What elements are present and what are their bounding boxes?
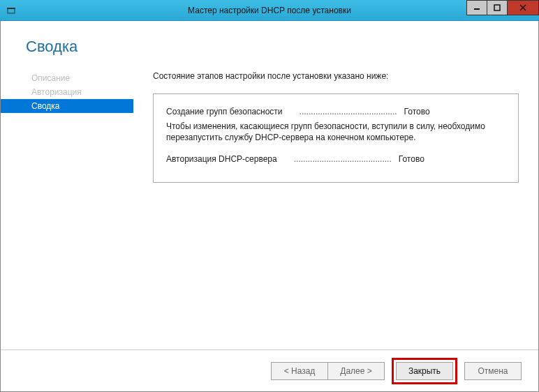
status-line-authorization: Авторизация DHCP-сервера ...............… xyxy=(166,154,505,164)
content-row: Описание Авторизация Сводка Состояние эт… xyxy=(1,68,538,341)
page-title: Сводка xyxy=(1,21,538,68)
close-window-button[interactable] xyxy=(507,0,539,15)
nav-button-group: < Назад Далее > xyxy=(271,362,385,380)
cancel-button: Отмена xyxy=(464,362,522,380)
status-line-security-groups: Создание групп безопасности ............… xyxy=(166,107,505,116)
status-value: Готово xyxy=(399,154,424,164)
sidebar-item-summary[interactable]: Сводка xyxy=(1,99,133,113)
svg-rect-3 xyxy=(494,5,500,10)
intro-text: Состояние этапов настройки после установ… xyxy=(153,71,519,81)
svg-rect-1 xyxy=(7,8,15,9)
status-dots: ........................................… xyxy=(283,107,404,116)
sidebar-item-authorization[interactable]: Авторизация xyxy=(1,85,133,99)
close-button[interactable]: Закрыть xyxy=(396,362,453,380)
status-note: Чтобы изменения, касающиеся групп безопа… xyxy=(166,121,505,143)
button-bar: < Назад Далее > Закрыть Отмена xyxy=(1,349,538,391)
sidebar-item-description[interactable]: Описание xyxy=(1,71,133,85)
highlight-frame: Закрыть xyxy=(392,358,457,384)
window-controls xyxy=(466,0,539,20)
app-icon xyxy=(6,5,17,16)
status-dots: ........................................… xyxy=(277,154,399,164)
window-title: Мастер настройки DHCP после установки xyxy=(0,6,539,15)
next-button: Далее > xyxy=(327,362,385,380)
result-box: Создание групп безопасности ............… xyxy=(153,93,519,183)
minimize-button[interactable] xyxy=(466,0,487,15)
svg-rect-0 xyxy=(8,8,15,13)
status-label: Авторизация DHCP-сервера xyxy=(166,154,277,164)
status-label: Создание групп безопасности xyxy=(166,107,283,116)
main-panel: Состояние этапов настройки после установ… xyxy=(133,68,538,341)
status-value: Готово xyxy=(404,107,430,116)
back-button: < Назад xyxy=(271,362,328,380)
titlebar: Мастер настройки DHCP после установки xyxy=(0,0,539,21)
wizard-body: Сводка Описание Авторизация Сводка Состо… xyxy=(0,21,539,392)
maximize-button[interactable] xyxy=(487,0,508,15)
sidebar: Описание Авторизация Сводка xyxy=(1,68,133,341)
